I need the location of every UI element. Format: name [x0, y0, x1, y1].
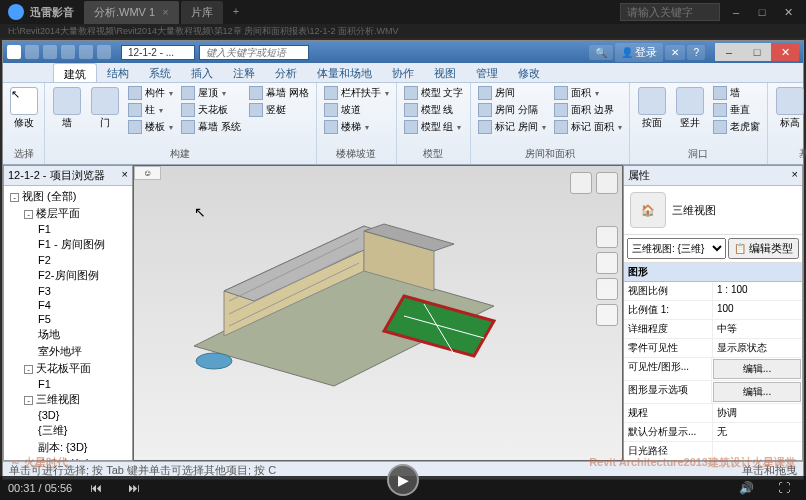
next-button[interactable]: ⏭	[120, 479, 148, 497]
railing-button[interactable]: 栏杆扶手▾	[321, 85, 392, 101]
props-row[interactable]: 零件可见性显示原状态	[624, 339, 802, 358]
tree-item[interactable]: -楼层平面	[6, 205, 130, 222]
props-row[interactable]: 可见性/图形...编辑...	[624, 358, 802, 381]
props-row[interactable]: 详细程度中等	[624, 320, 802, 339]
props-row[interactable]: 比例值 1:100	[624, 301, 802, 320]
browser-tree[interactable]: -视图 (全部)-楼层平面F1F1 - 房间图例F2F2-房间图例F3F4F5场…	[4, 186, 132, 460]
player-search-input[interactable]	[620, 3, 720, 21]
tree-item[interactable]: F5	[6, 312, 130, 326]
wall-opening-button[interactable]: 墙	[710, 85, 763, 101]
tree-item[interactable]: F1 - 房间图例	[6, 236, 130, 253]
level-button[interactable]: 标高	[772, 85, 806, 130]
tab-massing[interactable]: 体量和场地	[307, 63, 382, 82]
tree-item[interactable]: -三维视图	[6, 391, 130, 408]
login-button[interactable]: 👤 登录	[615, 43, 664, 62]
3d-viewport[interactable]: ☺ ↖	[133, 165, 623, 461]
tab-systems[interactable]: 系统	[139, 63, 181, 82]
browser-close-icon[interactable]: ×	[122, 168, 128, 183]
player-tab-active[interactable]: 分析.WMV 1 ×	[84, 1, 179, 24]
play-pause-button[interactable]: ▶	[387, 464, 419, 496]
tag-room-button[interactable]: 标记 房间▾	[475, 119, 549, 135]
player-tab-add[interactable]: +	[225, 1, 247, 24]
qat-save-icon[interactable]	[43, 45, 57, 59]
fullscreen-icon[interactable]: ⛶	[770, 479, 798, 497]
tab-view[interactable]: 视图	[424, 63, 466, 82]
tree-item[interactable]: F2	[6, 253, 130, 267]
props-row[interactable]: 视图比例1 : 100	[624, 282, 802, 301]
zoom-icon[interactable]	[596, 278, 618, 300]
tree-item[interactable]: F1	[6, 377, 130, 391]
tree-item[interactable]: F3	[6, 284, 130, 298]
roof-button[interactable]: 屋顶▾	[178, 85, 244, 101]
navwheel-icon[interactable]	[596, 226, 618, 248]
area-button[interactable]: 面积▾	[551, 85, 625, 101]
doc-switcher[interactable]: 12-1-2 - ...	[121, 45, 195, 60]
modify-button[interactable]: ↖修改	[7, 85, 40, 130]
column-button[interactable]: 柱▾	[125, 102, 176, 118]
qat-redo-icon[interactable]	[79, 45, 93, 59]
props-row[interactable]: 规程协调	[624, 404, 802, 423]
tab-manage[interactable]: 管理	[466, 63, 508, 82]
exchange-icon[interactable]: ✕	[665, 45, 685, 60]
tab-architecture[interactable]: 建筑	[53, 63, 97, 82]
ramp-button[interactable]: 坡道	[321, 102, 392, 118]
tree-item[interactable]: 场地	[6, 326, 130, 343]
tab-analyze[interactable]: 分析	[265, 63, 307, 82]
edit-type-button[interactable]: 📋 编辑类型	[728, 238, 799, 259]
view-tab[interactable]: ☺	[134, 166, 161, 180]
qat-undo-icon[interactable]	[61, 45, 75, 59]
player-close-icon[interactable]: ✕	[778, 6, 798, 19]
tab-modify[interactable]: 修改	[508, 63, 550, 82]
qat-open-icon[interactable]	[25, 45, 39, 59]
window-max-button[interactable]: □	[743, 43, 771, 61]
curtain-grid-button[interactable]: 幕墙 网格	[246, 85, 312, 101]
byface-button[interactable]: 按面	[634, 85, 670, 130]
volume-icon[interactable]: 🔊	[732, 479, 760, 497]
viewcube-icon[interactable]	[570, 172, 592, 194]
wall-button[interactable]: 墙	[49, 85, 85, 130]
home-icon[interactable]	[596, 172, 618, 194]
tab-structure[interactable]: 结构	[97, 63, 139, 82]
stair-button[interactable]: 楼梯▾	[321, 119, 392, 135]
tag-area-button[interactable]: 标记 面积▾	[551, 119, 625, 135]
vertical-button[interactable]: 垂直	[710, 102, 763, 118]
help-search-input[interactable]	[199, 45, 309, 60]
props-close-icon[interactable]: ×	[792, 168, 798, 183]
model-group-button[interactable]: 模型 组▾	[401, 119, 467, 135]
floor-button[interactable]: 楼板▾	[125, 119, 176, 135]
tree-item[interactable]: 室内会议室	[6, 456, 130, 460]
qat-print-icon[interactable]	[97, 45, 111, 59]
room-button[interactable]: 房间	[475, 85, 549, 101]
orbit-icon[interactable]	[596, 304, 618, 326]
tree-item[interactable]: 室外地坪	[6, 343, 130, 360]
door-button[interactable]: 门	[87, 85, 123, 130]
dormer-button[interactable]: 老虎窗	[710, 119, 763, 135]
player-max-icon[interactable]: □	[752, 6, 772, 18]
tree-item[interactable]: F2-房间图例	[6, 267, 130, 284]
revit-app-icon[interactable]	[7, 45, 21, 59]
tab-annotate[interactable]: 注释	[223, 63, 265, 82]
player-tab-library[interactable]: 片库	[181, 1, 223, 24]
mullion-button[interactable]: 竖梃	[246, 102, 312, 118]
tree-item[interactable]: 副本: {3D}	[6, 439, 130, 456]
props-row[interactable]: 图形显示选项编辑...	[624, 381, 802, 404]
props-row[interactable]: 默认分析显示...无	[624, 423, 802, 442]
model-line-button[interactable]: 模型 线	[401, 102, 467, 118]
tree-item[interactable]: {3D}	[6, 408, 130, 422]
infocenter-search-icon[interactable]: 🔍	[589, 45, 613, 60]
ceiling-button[interactable]: 天花板	[178, 102, 244, 118]
tree-item[interactable]: -天花板平面	[6, 360, 130, 377]
tree-item[interactable]: -视图 (全部)	[6, 188, 130, 205]
player-min-icon[interactable]: –	[726, 6, 746, 18]
window-min-button[interactable]: –	[715, 43, 743, 61]
help-icon[interactable]: ?	[687, 45, 705, 60]
component-button[interactable]: 构件▾	[125, 85, 176, 101]
room-sep-button[interactable]: 房间 分隔	[475, 102, 549, 118]
tree-item[interactable]: F4	[6, 298, 130, 312]
props-row[interactable]: 日光路径	[624, 442, 802, 460]
prev-button[interactable]: ⏮	[82, 479, 110, 497]
window-close-button[interactable]: ✕	[771, 43, 799, 61]
tab-collaborate[interactable]: 协作	[382, 63, 424, 82]
model-text-button[interactable]: 模型 文字	[401, 85, 467, 101]
shaft-button[interactable]: 竖井	[672, 85, 708, 130]
